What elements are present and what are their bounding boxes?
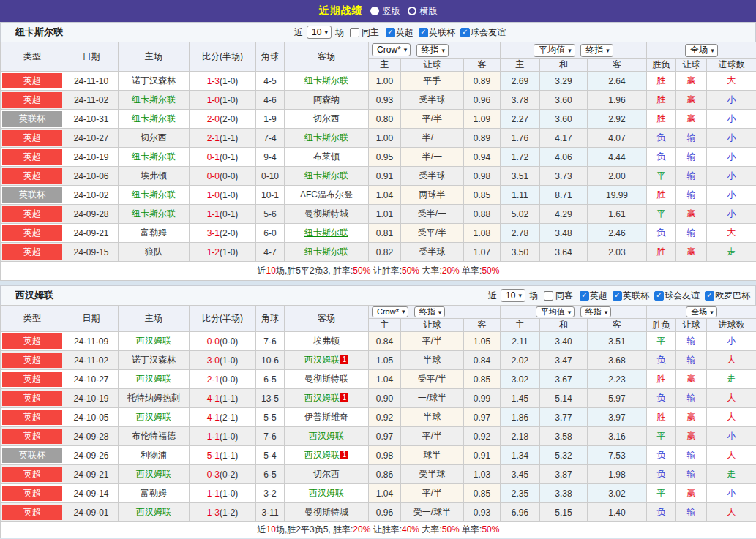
away-team-link[interactable]: 西汉姆联 <box>304 450 340 460</box>
away-team-link[interactable]: 纽卡斯尔联 <box>304 132 348 143</box>
radio-option-horizontal[interactable]: 横版 <box>408 5 438 18</box>
league-checkbox[interactable] <box>705 291 714 301</box>
fulltime-score: 1-1 <box>207 489 220 499</box>
result-text: 小 <box>727 113 736 124</box>
away-team-link[interactable]: 切尔西 <box>313 113 340 124</box>
away-team-link[interactable]: 曼彻斯特联 <box>304 374 348 384</box>
away-team-link[interactable]: 切尔西 <box>313 469 340 479</box>
fulltime-score: 3-0 <box>207 355 220 366</box>
league-checkbox-label: 英超 <box>590 290 607 302</box>
away-team-link[interactable]: 伊普斯维奇 <box>304 412 348 422</box>
home-team-link[interactable]: 富勒姆 <box>141 488 167 498</box>
same-venue-label: 同客 <box>555 290 573 302</box>
handicap-cell: 半/一 <box>401 129 464 148</box>
odds-state-select[interactable]: 终指 <box>416 44 449 57</box>
league-checkbox[interactable] <box>419 28 428 37</box>
home-team-link[interactable]: 西汉姆联 <box>136 412 171 422</box>
home-team-link[interactable]: 诺丁汉森林 <box>132 75 176 86</box>
same-venue-checkbox[interactable] <box>544 291 553 301</box>
result-text: 小 <box>727 189 736 200</box>
away-team-link[interactable]: 西汉姆联 <box>304 355 340 365</box>
home-team-link[interactable]: 诺丁汉森林 <box>132 355 176 365</box>
result-text: 走 <box>727 469 736 479</box>
result-text: 赢 <box>687 431 696 441</box>
away-team-link[interactable]: 曼彻斯特城 <box>304 507 348 517</box>
result-text: 小 <box>727 336 736 346</box>
average-select[interactable]: 平均值 <box>536 306 575 317</box>
result-cell: 平 <box>647 167 676 186</box>
goals-result-cell: 小 <box>707 129 756 148</box>
league-badge: 英超 <box>2 168 62 184</box>
home-team-link[interactable]: 纽卡斯尔联 <box>132 189 176 200</box>
radio-unselected-icon[interactable] <box>408 7 416 15</box>
away-team-link[interactable]: 纽卡斯尔联 <box>304 246 348 257</box>
home-team-link[interactable]: 狼队 <box>145 246 162 257</box>
scope-select[interactable]: 全场 <box>686 306 717 317</box>
league-checkbox[interactable] <box>460 28 470 37</box>
away-team-link[interactable]: 西汉姆联 <box>309 431 344 441</box>
handicap-cell: 半球 <box>401 351 464 370</box>
avg-draw-cell: 4.17 <box>540 129 588 148</box>
match-count-select[interactable]: 10 <box>307 26 332 39</box>
fulltime-score: 0-3 <box>207 470 220 480</box>
away-team-link[interactable]: 纽卡斯尔联 <box>304 75 348 86</box>
handicap-result-cell: 赢 <box>676 427 707 446</box>
odds-state-select[interactable]: 终指 <box>414 306 446 317</box>
result-text: 小 <box>727 132 736 143</box>
away-team-link[interactable]: AFC温布尔登 <box>300 189 353 200</box>
match-count-select[interactable]: 10 <box>501 289 525 302</box>
summary-part: 50% <box>442 524 460 535</box>
home-team-link[interactable]: 纽卡斯尔联 <box>132 94 176 105</box>
home-team-link[interactable]: 利物浦 <box>141 450 167 460</box>
league-checkbox[interactable] <box>580 291 589 301</box>
home-team-link[interactable]: 纽卡斯尔联 <box>132 113 176 124</box>
col-header-date: 日期 <box>64 306 119 332</box>
scope-select[interactable]: 全场 <box>685 44 718 57</box>
handicap-cell: 受半/一 <box>401 205 464 224</box>
bookmaker-select[interactable]: Crow* <box>372 43 411 56</box>
home-team-link[interactable]: 西汉姆联 <box>136 507 171 517</box>
home-team-link[interactable]: 西汉姆联 <box>136 336 171 346</box>
corner-cell: 7-6 <box>256 332 285 351</box>
average-select[interactable]: 平均值 <box>534 44 575 57</box>
corner-cell: 5-5 <box>256 408 285 427</box>
average-state-select[interactable]: 终指 <box>580 306 612 317</box>
home-team-link[interactable]: 纽卡斯尔联 <box>132 151 176 162</box>
avg-draw-cell: 3.48 <box>540 224 588 243</box>
match-row: 英超24-11-02纽卡斯尔联1-0(1-0)4-6阿森纳0.93受半球0.96… <box>1 91 756 110</box>
home-team-link[interactable]: 埃弗顿 <box>141 170 167 181</box>
match-row: 英超24-10-19纽卡斯尔联0-1(0-1)9-4布莱顿0.95半/一0.94… <box>1 148 756 167</box>
type-cell: 英超 <box>1 389 64 408</box>
radio-selected-icon[interactable] <box>370 7 379 15</box>
avg-away-cell: 2.03 <box>588 243 647 262</box>
away-odds-cell: 0.85 <box>464 186 501 205</box>
away-team-link[interactable]: 纽卡斯尔联 <box>304 170 348 181</box>
league-checkbox[interactable] <box>654 291 664 301</box>
away-team-link[interactable]: 西汉姆联 <box>304 393 340 403</box>
league-checkbox[interactable] <box>386 28 395 37</box>
away-team-link[interactable]: 西汉姆联 <box>309 488 344 498</box>
date-cell: 24-09-28 <box>64 205 119 224</box>
home-team-link[interactable]: 西汉姆联 <box>136 469 171 479</box>
home-team-link[interactable]: 布伦特福德 <box>132 431 176 441</box>
home-team-link[interactable]: 西汉姆联 <box>136 374 171 384</box>
home-team-link[interactable]: 纽卡斯尔联 <box>132 208 176 219</box>
away-team-link[interactable]: 纽卡斯尔联 <box>304 227 348 238</box>
halftime-score: (1-0) <box>220 431 238 442</box>
average-state-select[interactable]: 终指 <box>580 44 613 57</box>
home-team-link[interactable]: 切尔西 <box>141 132 167 143</box>
radio-option-vertical[interactable]: 竖版 <box>370 5 400 18</box>
league-checkbox[interactable] <box>613 291 622 301</box>
home-team-link[interactable]: 富勒姆 <box>141 227 167 238</box>
scope-select-cell: 全场 <box>647 306 756 319</box>
fulltime-score: 1-3 <box>207 508 220 518</box>
bookmaker-select[interactable]: Crow* <box>372 306 408 317</box>
away-team-link[interactable]: 布莱顿 <box>313 151 340 162</box>
away-team-link[interactable]: 阿森纳 <box>313 94 340 105</box>
result-text: 负 <box>657 132 666 143</box>
match-row: 英超24-11-10诺丁汉森林1-3(1-0)4-5纽卡斯尔联1.00平手0.8… <box>1 72 756 91</box>
away-team-link[interactable]: 埃弗顿 <box>313 336 340 346</box>
home-team-link[interactable]: 托特纳姆热刺 <box>127 393 180 403</box>
away-team-link[interactable]: 曼彻斯特城 <box>304 208 348 219</box>
same-venue-checkbox[interactable] <box>350 28 359 37</box>
